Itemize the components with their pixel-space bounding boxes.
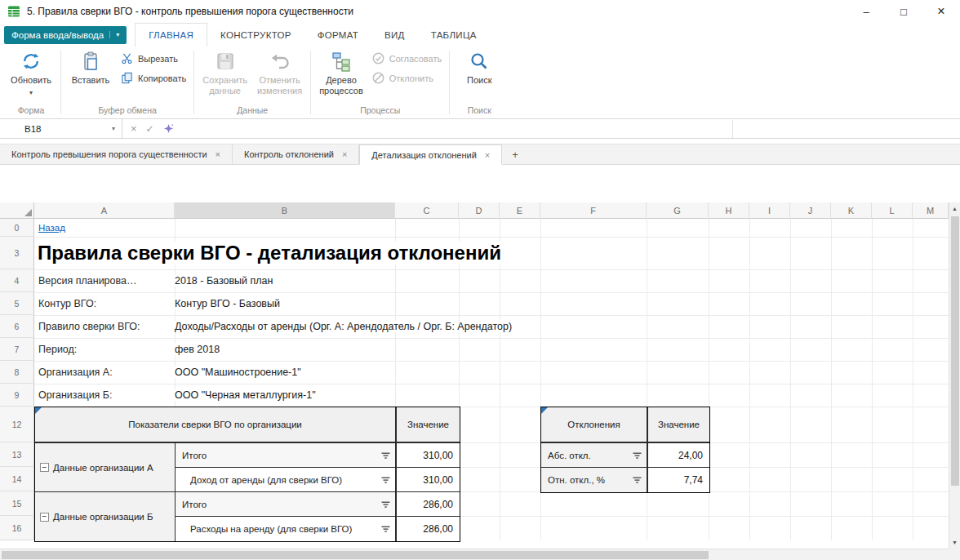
column-header-h[interactable]: H <box>709 202 749 219</box>
deviation-cell-abs[interactable]: Абс. откл. <box>541 443 647 468</box>
tab-view[interactable]: ВИД <box>371 23 418 47</box>
close-icon[interactable]: × <box>216 149 220 159</box>
row-header[interactable]: 6 <box>0 315 34 338</box>
row-header[interactable]: 4 <box>0 269 34 292</box>
horizontal-scrollbar[interactable] <box>0 549 949 560</box>
form-io-menu-button[interactable]: Форма ввода/вывода ▾ <box>4 26 127 44</box>
column-header-j[interactable]: J <box>790 202 831 219</box>
tab-table[interactable]: ТАБЛИЦА <box>418 23 490 47</box>
approve-button[interactable]: Согласовать <box>372 52 442 64</box>
info-label-org-a[interactable]: Организация А: <box>34 361 175 384</box>
vertical-scrollb​ar[interactable]: ▲ ▼ <box>949 202 960 549</box>
column-header-m[interactable]: M <box>913 202 949 219</box>
row-header[interactable]: 5 <box>0 292 34 315</box>
undo-changes-button[interactable]: Отменить изменения <box>252 47 307 96</box>
column-header-f[interactable]: F <box>540 202 647 219</box>
filter-icon[interactable] <box>633 477 642 484</box>
row-header[interactable]: 0 <box>0 219 34 237</box>
deviations-table-header[interactable]: Отклонения <box>541 407 647 443</box>
row-header[interactable]: 15 <box>0 491 34 516</box>
indicator-cell-income-a[interactable]: Доход от аренды (для сверки ВГО) <box>176 468 396 492</box>
collapse-icon[interactable]: − <box>40 513 49 522</box>
filter-icon[interactable] <box>381 501 390 509</box>
collapse-icon[interactable]: − <box>40 463 49 472</box>
value-cell[interactable]: 286,00 <box>396 492 460 517</box>
row-header[interactable]: 16 <box>0 516 34 540</box>
sheet-tab-threshold-control[interactable]: Контроль превышения порога существенност… <box>0 144 233 164</box>
info-label-contour[interactable]: Контур ВГО: <box>34 292 175 315</box>
chevron-down-icon[interactable]: ▾ <box>112 125 115 132</box>
value-column-header[interactable]: Значение <box>396 407 460 443</box>
horizontal-scroll-thumb[interactable] <box>2 551 709 559</box>
value-column-header[interactable]: Значение <box>647 407 709 443</box>
cut-button[interactable]: Вырезать <box>121 52 186 64</box>
row-header[interactable]: 9 <box>0 384 34 407</box>
value-cell[interactable]: 310,00 <box>396 468 460 492</box>
close-icon[interactable]: × <box>485 150 490 160</box>
confirm-icon[interactable]: ✓ <box>146 123 154 135</box>
chevron-down-icon[interactable]: ▾ <box>29 87 33 98</box>
value-cell[interactable]: 310,00 <box>396 443 460 468</box>
info-label-rule[interactable]: Правило сверки ВГО: <box>34 315 175 338</box>
column-header-c[interactable]: C <box>395 202 459 219</box>
filter-icon[interactable] <box>381 452 390 460</box>
indicator-cell-expense-b[interactable]: Расходы на аренду (для сверки ВГО) <box>176 517 396 541</box>
info-value-period[interactable]: фев 2018 <box>175 338 709 361</box>
group-cell-org-a[interactable]: − Данные организации А <box>35 443 176 492</box>
close-icon[interactable]: × <box>342 149 347 159</box>
back-link[interactable]: Назад <box>38 223 65 233</box>
cancel-icon[interactable]: × <box>131 122 137 135</box>
process-tree-button[interactable]: Дерево процессов <box>314 47 368 96</box>
info-label-period[interactable]: Период: <box>34 338 175 361</box>
filter-icon[interactable] <box>633 452 642 460</box>
row-header[interactable]: 12 <box>0 407 34 442</box>
info-value-rule[interactable]: Доходы/Расходы от аренды (Орг. А: Арендо… <box>175 315 709 338</box>
info-value-org-a[interactable]: ООО "Машиностроение-1" <box>175 361 709 384</box>
tab-main[interactable]: ГЛАВНАЯ <box>135 23 207 47</box>
row-header[interactable]: 14 <box>0 467 34 491</box>
cell-name-box[interactable]: B18 ▾ <box>0 119 122 138</box>
info-value-org-b[interactable]: ООО "Черная металлургия-1" <box>175 384 709 407</box>
column-header-i[interactable]: I <box>749 202 790 219</box>
copy-button[interactable]: Копировать <box>121 72 186 84</box>
paste-button[interactable]: Вставить <box>64 47 117 86</box>
info-value-contour[interactable]: Контур ВГО - Базовый <box>175 292 709 315</box>
row-header[interactable]: 13 <box>0 442 34 467</box>
indicators-table-header[interactable]: Показатели сверки ВГО по организации <box>35 407 396 443</box>
tab-constructor[interactable]: КОНСТРУКТОР <box>207 23 304 47</box>
info-label-org-b[interactable]: Организация Б: <box>34 384 175 407</box>
deviation-cell-rel[interactable]: Отн. откл., % <box>541 468 647 492</box>
insert-function-icon[interactable] <box>163 123 174 134</box>
reject-button[interactable]: Отклонить <box>372 72 442 84</box>
formula-input[interactable] <box>182 119 960 138</box>
refresh-button[interactable]: Обновить ▾ <box>5 47 57 98</box>
close-button[interactable]: × <box>922 0 960 23</box>
indicator-cell-total-b[interactable]: Итого <box>176 492 396 517</box>
indicator-cell-total-a[interactable]: Итого <box>176 443 396 468</box>
column-header-k[interactable]: K <box>831 202 872 219</box>
scroll-up-icon[interactable]: ▲ <box>949 202 960 215</box>
column-header-e[interactable]: E <box>500 202 540 219</box>
search-button[interactable]: Поиск <box>453 47 505 86</box>
info-value-version[interactable]: 2018 - Базовый план <box>175 269 709 292</box>
minimize-button[interactable]: – <box>847 0 885 23</box>
info-label-version[interactable]: Версия планирова… <box>34 269 175 292</box>
group-cell-org-b[interactable]: − Данные организации Б <box>35 492 176 541</box>
save-data-button[interactable]: Сохранить данные <box>198 47 252 96</box>
value-cell[interactable]: 286,00 <box>396 517 460 541</box>
tab-format[interactable]: ФОРМАТ <box>304 23 371 47</box>
sheet-tab-deviation-detail[interactable]: Детализация отклонений × <box>359 144 502 165</box>
scroll-down-icon[interactable]: ▼ <box>949 536 960 549</box>
column-header-l[interactable]: L <box>872 202 913 219</box>
maximize-button[interactable]: □ <box>885 0 922 23</box>
column-header-g[interactable]: G <box>647 202 709 219</box>
select-all-corner[interactable] <box>0 202 34 219</box>
vertical-scroll-thumb[interactable] <box>951 216 959 486</box>
column-header-d[interactable]: D <box>459 202 500 219</box>
filter-icon[interactable] <box>381 477 390 484</box>
column-header-a[interactable]: A <box>34 202 175 219</box>
value-cell[interactable]: 24,00 <box>647 443 709 468</box>
row-header[interactable]: 7 <box>0 338 34 361</box>
sheet-tab-deviation-control[interactable]: Контроль отклонений × <box>233 144 359 164</box>
filter-icon[interactable] <box>381 526 390 533</box>
